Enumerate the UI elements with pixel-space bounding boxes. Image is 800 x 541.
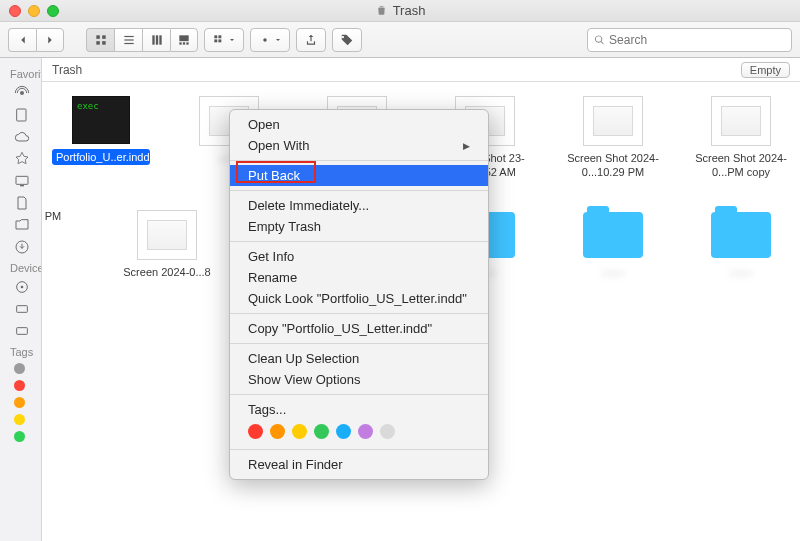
svg-rect-7	[152, 35, 154, 44]
svg-rect-26	[17, 306, 28, 313]
tags-header: Tags	[0, 342, 41, 360]
sidebar-item-verbatim[interactable]: Verbatim	[0, 320, 41, 342]
sidebar-item-remote-disc[interactable]: Remote Disc	[0, 276, 41, 298]
file-label: Screen Shot 2024-0...PM copy	[692, 151, 790, 180]
tag-color-yellow[interactable]	[292, 424, 307, 439]
menu-rename[interactable]: Rename	[230, 267, 488, 288]
folder-item[interactable]: ——	[692, 210, 790, 279]
file-item[interactable]: PM	[42, 210, 88, 279]
file-label: Screen Shot 2024-0...10.29 PM	[564, 151, 662, 180]
arrange-menu-button[interactable]	[204, 28, 244, 52]
svg-rect-20	[17, 109, 26, 121]
svg-rect-11	[179, 42, 181, 44]
menu-separator	[230, 449, 488, 450]
tag-color-red[interactable]	[248, 424, 263, 439]
traffic-lights	[0, 5, 59, 17]
menu-clean-up[interactable]: Clean Up Selection	[230, 348, 488, 369]
action-menu-button[interactable]	[250, 28, 290, 52]
menu-quick-look[interactable]: Quick Look "Portfolio_US_Letter.indd"	[230, 288, 488, 309]
tag-color-purple[interactable]	[358, 424, 373, 439]
sidebar-item-desktop[interactable]: Desktop	[0, 170, 41, 192]
svg-rect-0	[96, 35, 100, 39]
menu-reveal-in-finder[interactable]: Reveal in Finder	[230, 454, 488, 475]
path-bar: Trash Empty	[42, 58, 800, 82]
svg-rect-6	[124, 42, 133, 43]
column-view-button[interactable]	[142, 28, 170, 52]
file-item[interactable]: Screen Shot 2024-0...PM copy	[692, 96, 790, 180]
empty-trash-button[interactable]: Empty	[741, 62, 790, 78]
toolbar	[0, 22, 800, 58]
close-window-button[interactable]	[9, 5, 21, 17]
list-view-button[interactable]	[114, 28, 142, 52]
svg-rect-13	[186, 42, 188, 44]
tag-color-orange[interactable]	[270, 424, 285, 439]
sidebar-item-all-my-files[interactable]: All My Files	[0, 104, 41, 126]
path-title: Trash	[52, 63, 82, 77]
svg-rect-12	[183, 42, 185, 44]
svg-point-18	[263, 38, 267, 42]
menu-get-info[interactable]: Get Info	[230, 246, 488, 267]
sidebar-tag-item[interactable]	[0, 377, 41, 394]
svg-rect-3	[102, 41, 106, 45]
exec-icon	[72, 96, 130, 144]
annotation-highlight	[236, 161, 316, 183]
svg-rect-9	[159, 35, 161, 44]
file-label: Portfolio_U..er.indd	[52, 149, 150, 165]
menu-separator	[230, 343, 488, 344]
menu-open[interactable]: Open	[230, 114, 488, 135]
sidebar-item-applications[interactable]: Applications	[0, 148, 41, 170]
gallery-view-button[interactable]	[170, 28, 198, 52]
sidebar: Favorites AirDrop All My Files iCloud Dr…	[0, 58, 42, 541]
sidebar-item-documents[interactable]: Documents	[0, 192, 41, 214]
sidebar-item-airdrop[interactable]: AirDrop	[0, 82, 41, 104]
sidebar-tag-item[interactable]	[0, 360, 41, 377]
zoom-window-button[interactable]	[47, 5, 59, 17]
file-item[interactable]: Screen Shot 2024-0...10.29 PM	[564, 96, 662, 180]
tag-color-blue[interactable]	[336, 424, 351, 439]
forward-button[interactable]	[36, 28, 64, 52]
menu-show-view-options[interactable]: Show View Options	[230, 369, 488, 390]
menu-separator	[230, 313, 488, 314]
sidebar-tag-item[interactable]	[0, 394, 41, 411]
svg-point-25	[21, 286, 24, 289]
folder-icon	[583, 210, 643, 260]
svg-rect-22	[20, 185, 24, 186]
minimize-window-button[interactable]	[28, 5, 40, 17]
icon-view-button[interactable]	[86, 28, 114, 52]
file-thumbnail	[583, 96, 643, 146]
menu-tags[interactable]: Tags...	[230, 399, 488, 420]
sidebar-tag-item[interactable]	[0, 411, 41, 428]
devices-header: Devices	[0, 258, 41, 276]
sidebar-item-downloads[interactable]: Downloads	[0, 236, 41, 258]
menu-empty-trash[interactable]: Empty Trash	[230, 216, 488, 237]
menu-delete-immediately[interactable]: Delete Immediately...	[230, 195, 488, 216]
window-title: Trash	[0, 3, 800, 18]
sidebar-item-new-vol[interactable]: NEW VOL...	[0, 298, 41, 320]
menu-open-with[interactable]: Open With	[230, 135, 488, 156]
back-button[interactable]	[8, 28, 36, 52]
favorites-header: Favorites	[0, 64, 41, 82]
sidebar-item-stellar-photo[interactable]: stellar_photo...	[0, 214, 41, 236]
file-thumbnail	[711, 96, 771, 146]
search-field[interactable]	[587, 28, 792, 52]
svg-rect-2	[96, 41, 100, 45]
svg-rect-27	[17, 328, 28, 335]
nav-buttons	[8, 28, 64, 52]
trash-icon	[375, 4, 388, 17]
sidebar-item-icloud-drive[interactable]: iCloud Drive	[0, 126, 41, 148]
folder-item[interactable]: ——	[564, 210, 662, 279]
file-label: Screen 2024-0...8	[123, 265, 210, 279]
view-mode-buttons	[86, 28, 198, 52]
menu-copy[interactable]: Copy "Portfolio_US_Letter.indd"	[230, 318, 488, 339]
share-button[interactable]	[296, 28, 326, 52]
svg-rect-16	[214, 39, 217, 42]
search-input[interactable]	[609, 33, 785, 47]
sidebar-tag-item[interactable]	[0, 428, 41, 445]
search-icon	[594, 34, 605, 46]
tags-button[interactable]	[332, 28, 362, 52]
file-item[interactable]: Portfolio_U..er.indd	[52, 96, 150, 180]
tag-color-gray[interactable]	[380, 424, 395, 439]
file-item[interactable]: Screen 2024-0...8	[118, 210, 216, 279]
tag-color-green[interactable]	[314, 424, 329, 439]
svg-rect-5	[124, 39, 133, 40]
